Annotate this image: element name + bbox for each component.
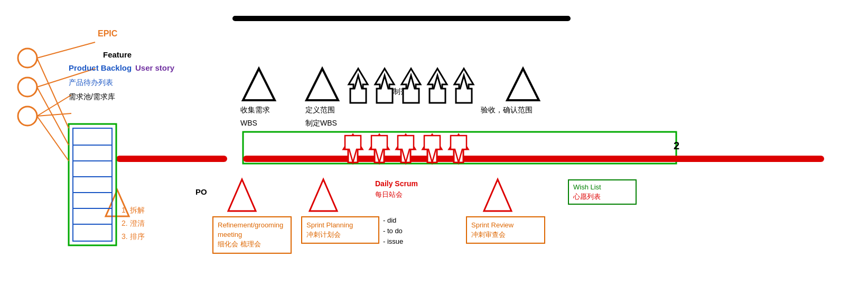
- svg-rect-30: [73, 128, 112, 241]
- svg-line-38: [37, 87, 69, 145]
- clarify-label: 2. 澄清: [122, 219, 145, 228]
- svg-marker-14: [370, 135, 389, 162]
- svg-marker-3: [349, 69, 368, 100]
- svg-marker-16: [423, 135, 442, 162]
- daily-scrum-label: Daily Scrum: [375, 179, 418, 188]
- epic-label: EPIC: [98, 29, 117, 39]
- svg-marker-20: [310, 179, 337, 211]
- svg-marker-8: [507, 69, 539, 100]
- svg-marker-2: [306, 69, 338, 100]
- refinement-box: Refinement/grooming meeting 细化会 梳理会: [212, 216, 292, 254]
- svg-marker-19: [228, 179, 256, 211]
- verify-scope-label: 验收，确认范围: [481, 106, 533, 115]
- sprint-review-label: Sprint Review: [471, 221, 514, 229]
- svg-rect-12: [555, 156, 824, 162]
- svg-rect-9: [243, 132, 676, 164]
- prioritize-label: 3. 排序: [122, 232, 145, 242]
- svg-rect-10: [116, 156, 227, 162]
- wbs-label: WBS: [240, 119, 257, 127]
- svg-point-24: [18, 107, 37, 126]
- svg-marker-15: [396, 135, 415, 162]
- wish-list-box: Wish List 心愿列表: [568, 179, 637, 205]
- sprint-planning-cn-label: 冲刺计划会: [306, 231, 341, 238]
- wish-list-cn-label: 心愿列表: [573, 193, 601, 200]
- define-scope-label: 定义范围: [305, 106, 335, 115]
- product-backlog-label: Product Backlog: [69, 63, 132, 72]
- daily-scrum-cn-label: 每日站会: [375, 190, 403, 199]
- svg-rect-29: [69, 124, 116, 245]
- user-story-label: User story: [135, 63, 174, 72]
- po-label: PO: [195, 187, 207, 196]
- svg-line-28: [37, 113, 71, 116]
- issue-label: - issue: [383, 237, 403, 245]
- collect-requirements-label: 收集需求: [240, 106, 270, 115]
- sprint-planning-box: Sprint Planning 冲刺计划会: [301, 216, 379, 244]
- svg-marker-17: [449, 135, 468, 162]
- svg-line-25: [37, 42, 95, 58]
- svg-line-37: [37, 58, 69, 128]
- svg-line-39: [37, 116, 69, 161]
- decompose-label: 1. 拆解: [122, 206, 145, 215]
- number2-label: 2: [674, 140, 679, 152]
- sprint-review-box: Sprint Review 冲刺审查会: [466, 216, 545, 244]
- svg-point-23: [18, 78, 37, 97]
- sprint-review-cn-label: 冲刺审查会: [471, 231, 506, 238]
- svg-point-22: [18, 49, 37, 68]
- control-scope-label: 控制范围: [386, 87, 415, 97]
- feature-label: Feature: [103, 50, 132, 59]
- refinement-label1: Refinement/gro: [218, 221, 265, 229]
- svg-marker-13: [343, 135, 362, 162]
- wish-list-label: Wish List: [573, 183, 601, 191]
- svg-marker-6: [428, 69, 447, 100]
- todo-label: - to do: [383, 227, 403, 235]
- svg-marker-1: [243, 69, 275, 100]
- svg-rect-0: [232, 16, 571, 21]
- requirements-pool-label: 需求池/需求库: [69, 92, 115, 102]
- svg-line-27: [37, 95, 71, 116]
- make-wbs-label: 制定WBS: [305, 119, 337, 128]
- sprint-planning-label: Sprint Planning: [306, 221, 353, 229]
- svg-marker-21: [484, 179, 511, 211]
- svg-rect-11: [243, 156, 676, 162]
- did-label: - did: [383, 216, 396, 224]
- product-backlog-cn: 产品待办列表: [69, 78, 113, 88]
- svg-marker-7: [454, 69, 473, 100]
- refinement-cn-label: 细化会 梳理会: [218, 240, 261, 248]
